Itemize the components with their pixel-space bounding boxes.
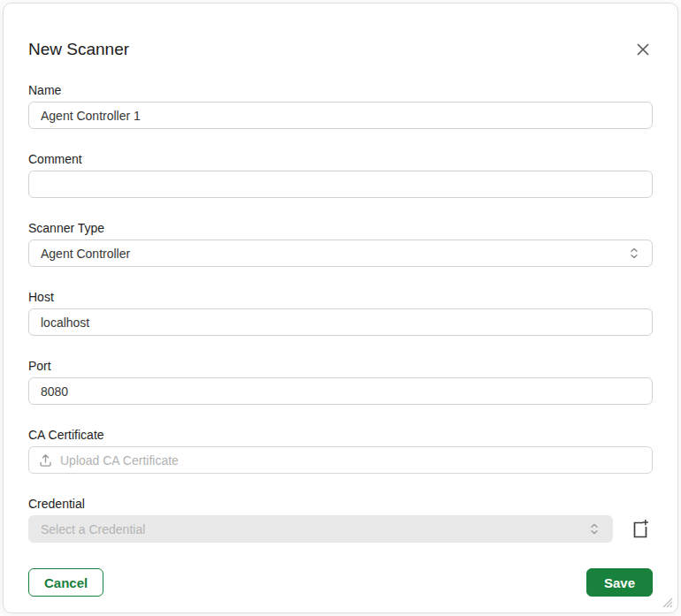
- new-credential-icon: [630, 518, 651, 541]
- field-scanner-type: Scanner Type Agent Controller: [28, 221, 653, 267]
- close-icon: [635, 42, 651, 57]
- chevrons-up-down-icon: [628, 247, 640, 260]
- scanner-type-value: Agent Controller: [41, 247, 130, 261]
- field-port: Port: [28, 359, 653, 405]
- new-scanner-dialog: New Scanner Name Comment Scanner Type Ag…: [3, 3, 678, 613]
- field-comment: Comment: [28, 152, 653, 198]
- new-credential-button[interactable]: [628, 517, 653, 542]
- dialog-footer: Cancel Save: [28, 568, 653, 597]
- ca-certificate-label: CA Certificate: [28, 428, 653, 442]
- host-input[interactable]: [28, 308, 653, 336]
- comment-input[interactable]: [28, 171, 653, 198]
- credential-select[interactable]: Select a Credential: [28, 515, 613, 543]
- field-ca-certificate: CA Certificate Upload CA Certificate: [28, 428, 653, 474]
- dialog-header: New Scanner: [28, 4, 653, 59]
- credential-label: Credential: [28, 497, 653, 511]
- dialog-title: New Scanner: [28, 39, 129, 59]
- scanner-type-label: Scanner Type: [28, 221, 653, 235]
- field-name: Name: [28, 83, 653, 129]
- ca-certificate-upload-field[interactable]: Upload CA Certificate: [28, 446, 653, 474]
- host-label: Host: [28, 290, 653, 304]
- upload-icon: [39, 453, 52, 468]
- close-button[interactable]: [633, 40, 653, 59]
- resize-grip[interactable]: [658, 593, 674, 609]
- credential-row: Select a Credential: [28, 515, 653, 543]
- cancel-button[interactable]: Cancel: [28, 568, 103, 597]
- chevrons-up-down-icon: [588, 522, 601, 536]
- scanner-type-select[interactable]: Agent Controller: [28, 240, 653, 267]
- field-host: Host: [28, 290, 653, 336]
- name-label: Name: [28, 83, 653, 97]
- save-button[interactable]: Save: [586, 568, 653, 597]
- port-input[interactable]: [28, 377, 653, 405]
- port-label: Port: [28, 359, 653, 373]
- credential-placeholder: Select a Credential: [41, 522, 145, 536]
- ca-certificate-placeholder: Upload CA Certificate: [60, 453, 179, 468]
- field-credential: Credential Select a Credential: [28, 497, 653, 543]
- name-input[interactable]: [28, 102, 653, 129]
- comment-label: Comment: [28, 152, 653, 166]
